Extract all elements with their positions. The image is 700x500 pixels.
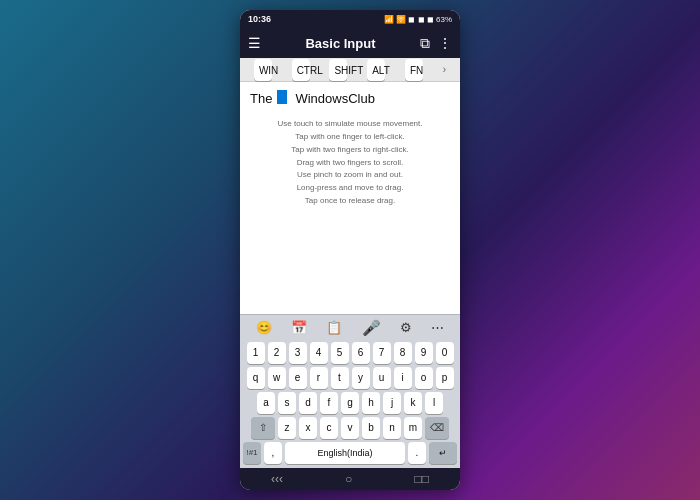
instruction-5: Use pinch to zoom in and out.	[250, 169, 450, 182]
layers-icon[interactable]: ⧉	[420, 35, 430, 52]
key-6[interactable]: 6	[352, 342, 370, 364]
key-g[interactable]: g	[341, 392, 359, 414]
instruction-7: Tap once to release drag.	[250, 195, 450, 208]
keyboard-row-qwerty: q w e r t y u i o p	[243, 367, 457, 389]
alt-key[interactable]: ALT	[367, 59, 385, 81]
key-bar-arrow: ›	[443, 64, 446, 75]
status-icons: 📶 🛜 ◼ ◼ ◼ 63%	[384, 15, 452, 24]
keyboard-bottom-row: !#1 , English(India) . ↵	[243, 442, 457, 464]
space-key[interactable]: English(India)	[285, 442, 405, 464]
ctrl-key[interactable]: CTRL	[292, 59, 310, 81]
wifi-icon: 🛜	[396, 15, 406, 24]
typed-line2: WindowsClub	[295, 90, 374, 108]
instruction-6: Long-press and move to drag.	[250, 182, 450, 195]
key-f[interactable]: f	[320, 392, 338, 414]
key-i[interactable]: i	[394, 367, 412, 389]
key-0[interactable]: 0	[436, 342, 454, 364]
keyboard-row-zxcv: ⇧ z x c v b n m ⌫	[243, 417, 457, 439]
home-nav-icon[interactable]: ○	[345, 472, 352, 486]
instruction-4: Drag with two fingers to scroll.	[250, 157, 450, 170]
enter-key[interactable]: ↵	[429, 442, 457, 464]
key-7[interactable]: 7	[373, 342, 391, 364]
key-k[interactable]: k	[404, 392, 422, 414]
key-5[interactable]: 5	[331, 342, 349, 364]
recent-nav-icon[interactable]: □□	[414, 472, 429, 486]
key-c[interactable]: c	[320, 417, 338, 439]
key-t[interactable]: t	[331, 367, 349, 389]
key-u[interactable]: u	[373, 367, 391, 389]
status-bar: 10:36 📶 🛜 ◼ ◼ ◼ 63%	[240, 10, 460, 28]
key-bar: WIN CTRL SHIFT ALT FN ›	[240, 58, 460, 82]
key-z[interactable]: z	[278, 417, 296, 439]
key-v[interactable]: v	[341, 417, 359, 439]
key-j[interactable]: j	[383, 392, 401, 414]
nav-bar: ‹‹‹ ○ □□	[240, 468, 460, 490]
key-w[interactable]: w	[268, 367, 286, 389]
special-chars-key[interactable]: !#1	[243, 442, 261, 464]
key-b[interactable]: b	[362, 417, 380, 439]
keyboard: 1 2 3 4 5 6 7 8 9 0 q w e r t y u i o p …	[240, 340, 460, 468]
key-e[interactable]: e	[289, 367, 307, 389]
key-n[interactable]: n	[383, 417, 401, 439]
keyboard-toolbar: 😊 📅 📋 🎤 ⚙ ⋯	[240, 314, 460, 340]
key-q[interactable]: q	[247, 367, 265, 389]
comma-key[interactable]: ,	[264, 442, 282, 464]
key-x[interactable]: x	[299, 417, 317, 439]
text-area[interactable]: The WindowsClub Use touch to simulate mo…	[240, 82, 460, 314]
more-options-icon[interactable]: ⋯	[431, 320, 444, 335]
instruction-1: Use touch to simulate mouse movement.	[250, 118, 450, 131]
key-p[interactable]: p	[436, 367, 454, 389]
key-m[interactable]: m	[404, 417, 422, 439]
signal-icon: 📶	[384, 15, 394, 24]
key-l[interactable]: l	[425, 392, 443, 414]
emoji-icon[interactable]: 😊	[256, 320, 272, 335]
battery-icon: ◼ ◼ ◼ 63%	[408, 15, 452, 24]
overflow-menu-icon[interactable]: ⋮	[438, 35, 452, 51]
clipboard-icon[interactable]: 📋	[326, 320, 342, 335]
phone-container: 10:36 📶 🛜 ◼ ◼ ◼ 63% ☰ Basic Input ⧉ ⋮ WI…	[240, 10, 460, 490]
instructions-block: Use touch to simulate mouse movement. Ta…	[250, 118, 450, 208]
back-nav-icon[interactable]: ‹‹‹	[271, 472, 283, 486]
key-o[interactable]: o	[415, 367, 433, 389]
key-1[interactable]: 1	[247, 342, 265, 364]
keyboard-row-asdf: a s d f g h j k l	[243, 392, 457, 414]
instruction-3: Tap with two fingers to right-click.	[250, 144, 450, 157]
typed-line1: The	[250, 90, 272, 108]
key-4[interactable]: 4	[310, 342, 328, 364]
fn-key[interactable]: FN	[405, 59, 423, 81]
instruction-2: Tap with one finger to left-click.	[250, 131, 450, 144]
backspace-key[interactable]: ⌫	[425, 417, 449, 439]
key-a[interactable]: a	[257, 392, 275, 414]
win-key[interactable]: WIN	[254, 59, 272, 81]
status-time: 10:36	[248, 14, 271, 24]
microphone-icon[interactable]: 🎤	[362, 319, 381, 337]
key-d[interactable]: d	[299, 392, 317, 414]
keyboard-row-numbers: 1 2 3 4 5 6 7 8 9 0	[243, 342, 457, 364]
shift-key[interactable]: SHIFT	[329, 59, 347, 81]
key-9[interactable]: 9	[415, 342, 433, 364]
key-h[interactable]: h	[362, 392, 380, 414]
settings-icon[interactable]: ⚙	[400, 320, 412, 335]
period-key[interactable]: .	[408, 442, 426, 464]
typed-text: The WindowsClub	[250, 90, 450, 108]
key-8[interactable]: 8	[394, 342, 412, 364]
app-bar: ☰ Basic Input ⧉ ⋮	[240, 28, 460, 58]
key-s[interactable]: s	[278, 392, 296, 414]
calendar-icon[interactable]: 📅	[291, 320, 307, 335]
hamburger-icon[interactable]: ☰	[248, 35, 261, 51]
shift-key-button[interactable]: ⇧	[251, 417, 275, 439]
app-title: Basic Input	[269, 36, 412, 51]
key-2[interactable]: 2	[268, 342, 286, 364]
key-y[interactable]: y	[352, 367, 370, 389]
key-3[interactable]: 3	[289, 342, 307, 364]
key-r[interactable]: r	[310, 367, 328, 389]
text-cursor	[277, 90, 287, 104]
